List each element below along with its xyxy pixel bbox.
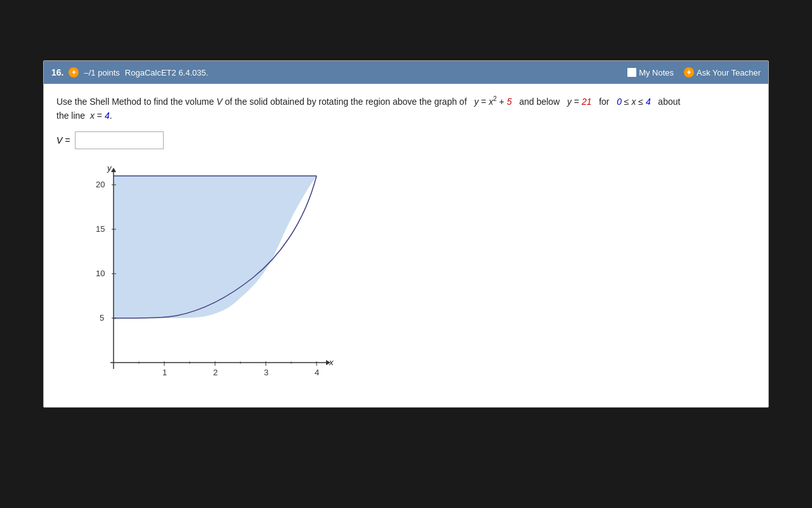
x-label-3: 3 [264, 368, 268, 377]
input-row: V = [56, 131, 756, 149]
notes-checkbox-icon [627, 68, 636, 77]
equation2: y = 21 [567, 97, 592, 107]
ask-teacher-plus-icon: + [684, 67, 694, 77]
y-label-15: 15 [96, 224, 105, 234]
graph-container: y x 1 2 3 4 5 [75, 159, 756, 394]
answer-input[interactable] [75, 131, 164, 149]
ask-teacher-button[interactable]: + Ask Your Teacher [684, 67, 761, 77]
volume-var: V [216, 97, 222, 107]
header-left: 16. + –/1 points RogaCalcET2 6.4.035. [51, 67, 208, 77]
y-label-10: 10 [96, 269, 105, 278]
header-bar: 16. + –/1 points RogaCalcET2 6.4.035. My… [44, 61, 768, 84]
x-label-2: 2 [213, 368, 218, 377]
equation1: y = x2 + 5 [474, 97, 511, 107]
ask-teacher-label: Ask Your Teacher [697, 68, 761, 77]
filled-region [114, 176, 317, 318]
question-panel: 16. + –/1 points RogaCalcET2 6.4.035. My… [43, 60, 769, 408]
x-label-4: 4 [315, 368, 319, 377]
content-area: Use the Shell Method to find the volume … [44, 84, 768, 407]
my-notes-button[interactable]: My Notes [627, 68, 674, 77]
x-line: x = 4. [90, 110, 112, 121]
plus-icon[interactable]: + [69, 67, 79, 77]
question-number: 16. [51, 67, 63, 77]
assignment-text: RogaCalcET2 6.4.035. [125, 68, 209, 77]
v-equals-label: V = [56, 135, 70, 145]
my-notes-label: My Notes [639, 68, 674, 77]
graph-svg: y x 1 2 3 4 5 [75, 159, 342, 394]
y-axis-arrow [111, 168, 116, 172]
header-right: My Notes + Ask Your Teacher [627, 67, 761, 77]
domain: 0 ≤ x ≤ 4 [617, 97, 651, 107]
y-label-20: 20 [96, 180, 105, 189]
points-text: –/1 points [84, 68, 119, 77]
y-label-5: 5 [100, 313, 104, 323]
x-label-1: 1 [162, 368, 167, 377]
problem-text: Use the Shell Method to find the volume … [56, 94, 756, 123]
y-axis-label: y [107, 163, 112, 173]
